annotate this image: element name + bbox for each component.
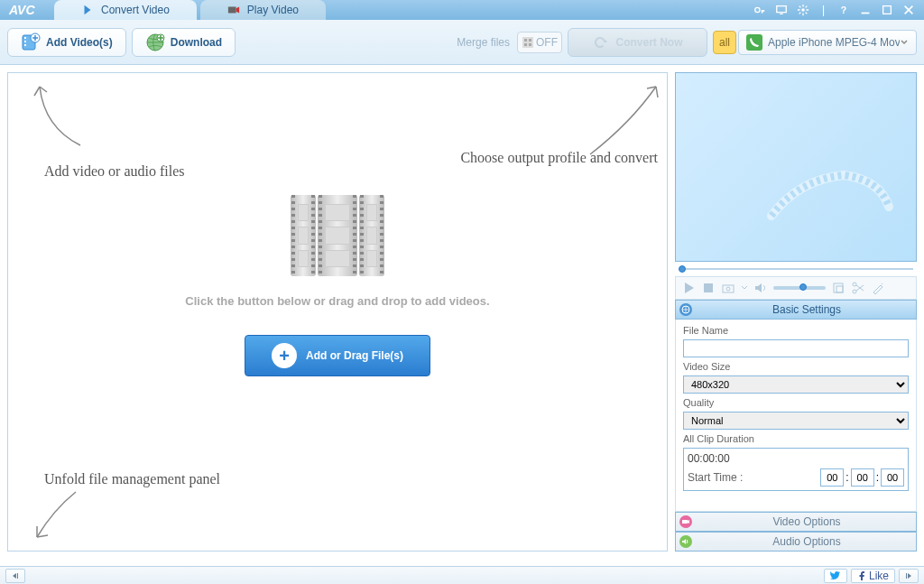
svg-rect-9 xyxy=(24,41,26,42)
tab-label: Convert Video xyxy=(101,4,170,16)
tab-convert-video[interactable]: Convert Video xyxy=(54,0,197,20)
like-label: Like xyxy=(869,570,889,582)
key-icon[interactable] xyxy=(753,4,766,16)
add-video-button[interactable]: Add Video(s) xyxy=(7,28,126,57)
start-seconds-input[interactable] xyxy=(881,468,904,487)
profile-category-all[interactable]: all xyxy=(713,31,736,54)
dropzone-hint: Click the button below or drag and drop … xyxy=(185,294,489,308)
svg-rect-17 xyxy=(524,43,527,46)
svg-rect-20 xyxy=(723,285,734,292)
svg-rect-16 xyxy=(529,39,531,42)
maximize-icon[interactable] xyxy=(881,4,893,16)
clip-duration-value: 00:00:00 xyxy=(688,452,904,465)
annotation-add-files: Add video or audio files xyxy=(44,163,185,180)
quality-select[interactable]: Normal xyxy=(683,412,909,430)
chevron-down-icon xyxy=(900,38,909,47)
minimize-icon[interactable] xyxy=(859,4,872,16)
section-title: Basic Settings xyxy=(698,303,916,316)
svg-rect-8 xyxy=(24,37,26,39)
crop-icon[interactable] xyxy=(831,281,845,295)
film-strip-icon xyxy=(291,195,384,276)
statusbar: Like xyxy=(0,566,924,584)
camera-icon xyxy=(227,4,240,16)
basic-settings-body: File Name Video Size 480x320 Quality Nor… xyxy=(675,320,917,512)
button-label: Add or Drag File(s) xyxy=(306,349,403,362)
convert-now-button[interactable]: Convert Now xyxy=(568,28,707,57)
download-button[interactable]: Download xyxy=(132,28,236,57)
titlebar: AVC Convert Video Play Video | ? xyxy=(0,0,924,20)
close-icon[interactable] xyxy=(902,4,915,16)
audio-options-header[interactable]: Audio Options xyxy=(675,532,917,552)
annotation-unfold: Unfold file management panel xyxy=(44,471,220,487)
annotation-arrow-icon xyxy=(586,78,676,159)
volume-icon[interactable] xyxy=(753,281,768,295)
main-area: Add video or audio files Choose output p… xyxy=(0,65,924,559)
svg-point-25 xyxy=(853,290,856,293)
svg-rect-18 xyxy=(529,43,531,46)
svg-rect-29 xyxy=(906,573,907,579)
annotation-arrow-icon xyxy=(26,78,89,150)
start-minutes-input[interactable] xyxy=(851,468,874,487)
svg-rect-28 xyxy=(17,573,18,579)
filename-input[interactable] xyxy=(683,339,909,357)
clip-duration-box: 00:00:00 Start Time : : : xyxy=(683,448,909,491)
videosize-label: Video Size xyxy=(683,361,909,372)
svg-rect-6 xyxy=(883,6,892,14)
section-title: Video Options xyxy=(698,515,916,528)
annotation-arrow-icon xyxy=(26,487,89,551)
merge-files-block: Merge files OFF xyxy=(457,32,562,53)
expand-right-button[interactable] xyxy=(899,569,919,583)
svg-text:?: ? xyxy=(841,5,846,15)
convert-icon xyxy=(81,4,94,16)
play-icon[interactable] xyxy=(681,281,696,295)
tab-play-video[interactable]: Play Video xyxy=(200,0,326,20)
film-add-icon xyxy=(21,32,41,52)
filename-label: File Name xyxy=(683,325,909,336)
video-badge-icon xyxy=(679,515,692,528)
svg-point-21 xyxy=(726,287,730,291)
add-drag-files-button[interactable]: + Add or Drag File(s) xyxy=(245,335,430,376)
refresh-icon xyxy=(592,34,608,51)
video-options-header[interactable]: Video Options xyxy=(675,512,917,532)
side-panel: Basic Settings File Name Video Size 480x… xyxy=(675,72,917,552)
gear-icon[interactable] xyxy=(797,4,809,16)
phone-icon xyxy=(746,34,762,51)
preview-seek-slider[interactable] xyxy=(675,262,917,276)
videosize-select[interactable]: 480x320 xyxy=(683,375,909,394)
button-label: Download xyxy=(171,36,222,49)
svg-rect-0 xyxy=(228,7,236,14)
app-logo: AVC xyxy=(0,3,54,17)
svg-rect-22 xyxy=(834,283,843,292)
chevron-down-icon[interactable] xyxy=(741,281,748,295)
globe-download-icon xyxy=(145,32,165,52)
snapshot-icon[interactable] xyxy=(721,281,735,295)
quality-label: Quality xyxy=(683,397,909,408)
svg-rect-15 xyxy=(524,39,527,42)
audio-badge-icon xyxy=(679,535,692,548)
merge-state: OFF xyxy=(536,36,558,49)
twitter-button[interactable] xyxy=(824,569,847,583)
drop-zone[interactable]: Add video or audio files Choose output p… xyxy=(7,72,668,552)
help-icon[interactable]: ? xyxy=(837,4,850,16)
plus-icon: + xyxy=(272,343,297,368)
facebook-like-button[interactable]: Like xyxy=(851,569,895,583)
basic-settings-header[interactable]: Basic Settings xyxy=(675,300,917,320)
svg-rect-23 xyxy=(836,286,843,292)
stop-icon[interactable] xyxy=(701,281,716,295)
clip-duration-label: All Clip Duration xyxy=(683,433,909,444)
profile-dropdown[interactable]: Apple iPhone MPEG-4 Movie (... xyxy=(738,30,917,55)
volume-slider[interactable] xyxy=(773,286,826,290)
start-hours-input[interactable] xyxy=(820,468,844,487)
tab-label: Play Video xyxy=(247,4,299,16)
svg-point-3 xyxy=(801,8,805,12)
expand-left-button[interactable] xyxy=(5,569,25,583)
svg-rect-19 xyxy=(704,283,713,292)
svg-rect-10 xyxy=(24,44,26,46)
start-time-label: Start Time : xyxy=(688,471,743,484)
scissors-icon[interactable] xyxy=(851,281,865,295)
effects-icon[interactable] xyxy=(871,281,885,295)
merge-toggle[interactable]: OFF xyxy=(517,32,562,53)
output-profile-bar: all Apple iPhone MPEG-4 Movie (... xyxy=(713,28,917,57)
section-title: Audio Options xyxy=(698,535,916,548)
screen-icon[interactable] xyxy=(775,4,788,16)
